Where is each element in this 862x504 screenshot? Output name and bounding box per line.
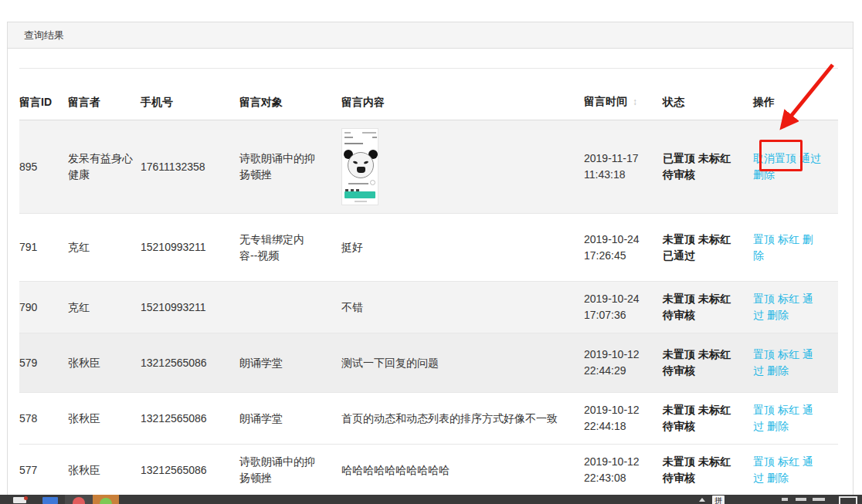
cell-time: 2019-10-2417:07:36 (584, 282, 663, 333)
cell-author: 发呆有益身心健康 (68, 120, 141, 214)
operation-link[interactable]: 标红 (778, 404, 799, 416)
cell-target: 朗诵学堂 (239, 393, 341, 445)
operation-link[interactable]: 标红 (778, 455, 799, 468)
cell-content: 首页的动态和动态列表的排序方式好像不一致 (341, 393, 584, 445)
time-date: 2019-10-12 (584, 454, 657, 470)
table-row: 577张秋臣13212565086诗歌朗诵中的抑扬顿挫哈哈哈哈哈哈哈哈哈哈201… (19, 445, 838, 496)
column-header-message-id: 留言ID (19, 69, 68, 120)
taskbar-app-icon-blue[interactable] (42, 497, 58, 504)
page: 查询结果 留言ID 留言者 手机号 留言对象 留言内容 留言时间↕ 状态 (0, 0, 862, 504)
cell-time: 2019-10-1222:44:18 (584, 393, 663, 445)
thumb-footer-line (355, 201, 367, 202)
table-row: 895发呆有益身心健康17611132358诗歌朗诵中的抑扬顿挫2019-11-… (19, 120, 838, 214)
cell-author: 克红 (68, 214, 141, 282)
thumb-bubble-icon (370, 180, 375, 185)
taskbar-notification-dot (24, 496, 28, 500)
cell-operations: 取消置顶 通过 删除 (753, 120, 838, 214)
thumb-action-button (344, 191, 375, 198)
column-header-time[interactable]: 留言时间↕ (584, 69, 663, 120)
cell-message-id: 577 (19, 445, 68, 496)
column-header-time-label: 留言时间 (584, 95, 627, 107)
time-clock: 22:44:18 (584, 418, 657, 435)
time-clock: 17:07:36 (584, 307, 657, 323)
cell-status: 未置顶 未标红 待审核 (663, 445, 753, 496)
taskbar-app-slot-active[interactable] (93, 495, 119, 504)
cell-target: 诗歌朗诵中的抑扬顿挫 (239, 445, 341, 496)
operation-link[interactable]: 标红 (778, 348, 799, 360)
time-date: 2019-11-17 (584, 151, 657, 167)
table-row: 578张秋臣13212565086朗诵学堂首页的动态和动态列表的排序方式好像不一… (19, 393, 838, 445)
time-date: 2019-10-24 (584, 291, 657, 307)
cell-target: 诗歌朗诵中的抑扬顿挫 (239, 120, 341, 214)
meme-eye (353, 161, 358, 164)
cell-content: 不错 (341, 282, 584, 333)
column-header-content: 留言内容 (341, 69, 584, 120)
operation-link[interactable]: 删除 (767, 420, 789, 432)
operation-link[interactable]: 置顶 (753, 348, 775, 360)
table-header-row: 留言ID 留言者 手机号 留言对象 留言内容 留言时间↕ 状态 操作 (19, 69, 838, 120)
time-date: 2019-10-12 (584, 347, 657, 363)
time-clock: 22:43:08 (584, 470, 657, 486)
column-header-status: 状态 (663, 69, 753, 120)
ime-indicator[interactable]: 拼 (712, 496, 725, 504)
table-row: 790克红15210993211不错2019-10-2417:07:36未置顶 … (19, 282, 838, 333)
panel-body: 留言ID 留言者 手机号 留言对象 留言内容 留言时间↕ 状态 操作 895发呆… (8, 49, 853, 504)
thumb-text-line (344, 143, 363, 144)
cell-phone: 13212565086 (141, 333, 239, 393)
ime-label: 拼 (714, 496, 722, 504)
cell-content: 哈哈哈哈哈哈哈哈哈哈 (341, 445, 584, 496)
operation-link[interactable]: 取消置顶 (753, 152, 796, 164)
tray-expand-icon[interactable] (699, 498, 705, 502)
cell-phone: 15210993211 (141, 214, 239, 282)
cell-content: 挺好 (341, 214, 584, 282)
cell-status: 未置顶 未标红 已通过 (663, 214, 753, 282)
cell-phone: 17611132358 (141, 120, 239, 214)
column-header-target: 留言对象 (239, 69, 341, 120)
operation-link[interactable]: 置顶 (753, 455, 775, 468)
time-date: 2019-10-24 (584, 232, 657, 248)
taskbar-app-slot[interactable] (65, 495, 93, 504)
cell-time: 2019-10-1222:44:29 (584, 333, 663, 393)
time-clock: 22:44:29 (584, 363, 657, 379)
cell-message-id: 791 (19, 214, 68, 282)
clock-fragment (813, 498, 825, 501)
cell-operations: 置顶 标红 通过 删除 (753, 445, 838, 496)
taskbar: 拼 (0, 495, 862, 504)
thumb-text-line (344, 137, 353, 138)
action-center-icon[interactable] (839, 496, 857, 504)
meme-eye (364, 161, 369, 164)
sort-icon[interactable]: ↕ (633, 96, 637, 107)
message-image-thumbnail[interactable] (341, 128, 378, 205)
clock-fragment (796, 498, 806, 501)
cell-status: 未置顶 未标红 待审核 (663, 393, 753, 445)
operation-link[interactable]: 置顶 (753, 233, 775, 245)
thumb-text-line (344, 132, 351, 134)
messages-table: 留言ID 留言者 手机号 留言对象 留言内容 留言时间↕ 状态 操作 895发呆… (19, 68, 838, 504)
cell-time: 2019-10-1222:43:08 (584, 445, 663, 496)
operation-link[interactable]: 删除 (767, 364, 789, 377)
cell-target: 朗诵学堂 (239, 333, 341, 393)
operation-link[interactable]: 置顶 (753, 293, 775, 305)
operation-link[interactable]: 通过 (799, 152, 821, 164)
cell-phone: 13212565086 (141, 445, 239, 496)
cell-author: 张秋臣 (68, 445, 141, 496)
cell-message-id: 578 (19, 393, 68, 445)
operation-link[interactable]: 置顶 (753, 404, 775, 416)
operation-link[interactable]: 删除 (753, 168, 775, 181)
cell-time: 2019-10-2417:26:45 (584, 214, 663, 282)
table-row: 791克红15210993211无专辑绑定内容--视频挺好2019-10-241… (19, 214, 838, 282)
cell-author: 张秋臣 (68, 393, 141, 445)
app-icon-green (100, 498, 112, 504)
cell-message-id: 790 (19, 282, 68, 333)
operation-link[interactable]: 删除 (767, 309, 789, 321)
operation-link[interactable]: 标红 (778, 293, 799, 305)
cell-content (341, 120, 584, 214)
operation-link[interactable]: 标红 (778, 233, 799, 245)
cell-time: 2019-11-1711:43:18 (584, 120, 663, 214)
cell-content: 测试一下回复的问题 (341, 333, 584, 393)
cell-operations: 置顶 标红 通过 删除 (753, 282, 838, 333)
panel-title: 查询结果 (24, 29, 64, 41)
cell-message-id: 579 (19, 333, 68, 393)
operation-link[interactable]: 删除 (767, 472, 789, 484)
cell-status: 未置顶 未标红 待审核 (663, 282, 753, 333)
